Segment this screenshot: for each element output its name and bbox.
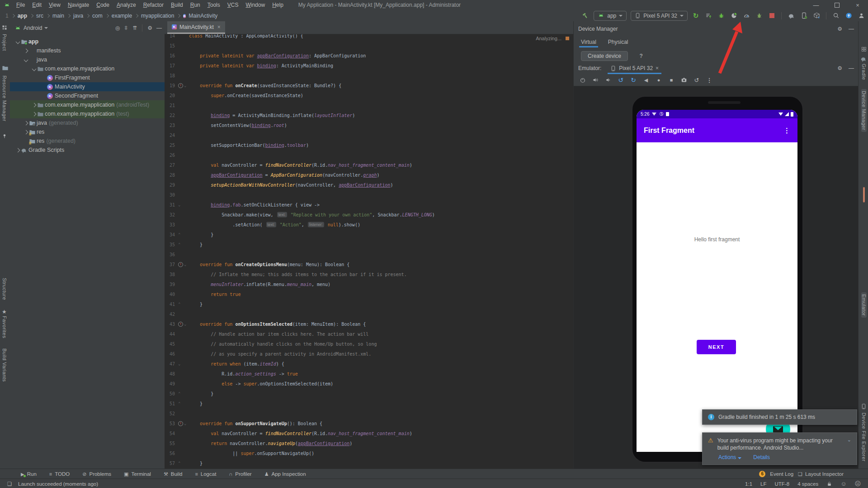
help-icon[interactable]: ? bbox=[639, 53, 642, 59]
code-line-25[interactable]: 25 setSupportActionBar(binding.toolbar) bbox=[165, 140, 309, 150]
code-line-17[interactable]: 17 private lateinit var binding: Activit… bbox=[165, 61, 333, 70]
menu-navigate[interactable]: Navigate bbox=[65, 1, 92, 9]
emulator-device-tab[interactable]: Pixel 5 API 32 × bbox=[608, 62, 661, 74]
breadcrumb-item-src[interactable]: src bbox=[36, 13, 43, 19]
tool-window-switcher-icon[interactable]: ❏ bbox=[7, 481, 12, 487]
menu-file[interactable]: File bbox=[13, 1, 28, 9]
tool-button-profiler[interactable]: ∩Profiler bbox=[229, 471, 251, 477]
run-restart-icon[interactable]: ↻ bbox=[692, 12, 700, 20]
actions-link[interactable]: Actions bbox=[718, 454, 741, 460]
menu-build[interactable]: Build bbox=[168, 1, 186, 9]
code-line-38[interactable]: 38 // Inflate the menu; this adds items … bbox=[165, 269, 407, 279]
code-line-44[interactable]: 44 // Handle action bar item clicks here… bbox=[165, 329, 368, 339]
code-line-48[interactable]: 48 R.id.action_settings -> true bbox=[165, 369, 298, 379]
star-icon[interactable]: ★ bbox=[2, 309, 7, 315]
locate-file-icon[interactable]: ◎ bbox=[115, 25, 120, 31]
power-icon[interactable] bbox=[579, 76, 586, 84]
menu-window[interactable]: Window bbox=[242, 1, 268, 9]
tree-item-com-example-myapplication[interactable]: com.example.myapplication (test) bbox=[10, 109, 165, 118]
code-line-35[interactable]: 35⌃ } bbox=[165, 239, 203, 249]
code-editor[interactable]: 14class MainActivity : AppCompatActivity… bbox=[165, 21, 573, 469]
override-method-icon[interactable]: ↑ bbox=[178, 262, 183, 267]
lock-icon[interactable] bbox=[826, 481, 832, 487]
device-select[interactable]: Pixel 5 API 32 bbox=[631, 11, 688, 21]
fold-marker-icon[interactable]: ⌄ bbox=[184, 262, 186, 267]
windows-icon[interactable] bbox=[2, 25, 7, 30]
chevron-right-icon[interactable] bbox=[24, 130, 28, 134]
breadcrumb-item-example[interactable]: example bbox=[112, 13, 132, 19]
code-line-29[interactable]: 29 setupActionBarWithNavController(navCo… bbox=[165, 180, 393, 190]
tab-mainactivity[interactable]: K MainActivity.kt × bbox=[167, 21, 225, 34]
code-line-45[interactable]: 45 // automatically handle clicks on the… bbox=[165, 339, 377, 349]
hide-panel-icon[interactable]: — bbox=[156, 25, 162, 31]
tool-button-run[interactable]: ▶Run bbox=[21, 471, 37, 477]
fold-marker-icon[interactable]: ⌄ bbox=[178, 202, 180, 207]
fold-marker-icon[interactable]: ⌃ bbox=[178, 302, 180, 306]
code-line-15[interactable]: 15 bbox=[165, 41, 189, 51]
chevron-down-icon[interactable] bbox=[32, 66, 36, 71]
code-line-52[interactable]: 52 bbox=[165, 408, 189, 418]
grid-icon[interactable] bbox=[861, 47, 867, 52]
home-icon[interactable]: ● bbox=[655, 76, 662, 84]
debug-icon[interactable] bbox=[717, 12, 725, 20]
code-line-42[interactable]: 42 bbox=[165, 309, 189, 319]
tool-button-build-variants[interactable]: Build Variants bbox=[2, 348, 7, 382]
code-line-19[interactable]: 19↑⌄ override fun onCreate(savedInstance… bbox=[165, 80, 341, 90]
tool-button-resource-manager[interactable]: Resource Manager bbox=[2, 75, 7, 122]
update-icon[interactable] bbox=[844, 12, 853, 20]
tool-button-structure[interactable]: Structure bbox=[2, 278, 7, 300]
fold-marker-icon[interactable]: ⌃ bbox=[178, 461, 180, 465]
fold-marker-icon[interactable]: ⌃ bbox=[178, 401, 180, 406]
overview-icon[interactable]: ■ bbox=[668, 76, 675, 84]
code-line-37[interactable]: 37↑⌄ override fun onCreateOptionsMenu(me… bbox=[165, 259, 349, 269]
code-line-20[interactable]: 20 super.onCreate(savedInstanceState) bbox=[165, 90, 303, 100]
code-line-33[interactable]: 33 .setAction( text: "Action", listener:… bbox=[165, 220, 360, 230]
code-line-27[interactable]: 27 val navController = findNavController… bbox=[165, 160, 412, 170]
breadcrumb-item-app[interactable]: app bbox=[18, 13, 27, 19]
code-line-56[interactable]: 56 || super.onSupportNavigateUp() bbox=[165, 448, 314, 458]
tool-button-terminal[interactable]: ▣Terminal bbox=[124, 471, 151, 477]
override-method-icon[interactable]: ↑ bbox=[178, 322, 183, 327]
fold-marker-icon[interactable]: ⌃ bbox=[178, 242, 180, 247]
breadcrumb-leaf[interactable]: MainActivity bbox=[189, 13, 217, 19]
code-line-32[interactable]: 32 Snackbar.make(view, text: "Replace wi… bbox=[165, 210, 435, 220]
gradle-sync-icon[interactable] bbox=[787, 12, 795, 20]
code-line-21[interactable]: 21 bbox=[165, 100, 189, 110]
tool-button-logcat[interactable]: ≡Logcat bbox=[195, 471, 216, 477]
back-icon[interactable]: ◀ bbox=[642, 76, 650, 84]
rotate-right-icon[interactable]: ↻ bbox=[630, 76, 637, 84]
chevron-right-icon[interactable] bbox=[15, 148, 20, 152]
chevron-right-icon[interactable] bbox=[24, 121, 28, 125]
tool-button-todo[interactable]: ≡TODO bbox=[49, 471, 70, 477]
code-line-30[interactable]: 30 bbox=[165, 190, 189, 200]
tree-item-firstfragment[interactable]: KFirstFragment bbox=[10, 73, 165, 82]
gradle-icon[interactable] bbox=[860, 56, 867, 62]
tree-item-mainactivity[interactable]: KMainActivity bbox=[10, 82, 165, 91]
device-icon[interactable] bbox=[861, 404, 867, 409]
next-button[interactable]: NEXT bbox=[697, 340, 736, 354]
close-tab-icon[interactable]: × bbox=[656, 65, 659, 71]
gear-icon[interactable]: ⚙ bbox=[147, 25, 152, 31]
tool-button-project[interactable]: Project bbox=[2, 34, 7, 51]
status-widget-utf-8[interactable]: UTF-8 bbox=[775, 481, 790, 487]
antivirus-notification[interactable]: ⚠ Your anti-virus program might be impac… bbox=[702, 432, 857, 465]
status-widget-1-1[interactable]: 1:1 bbox=[745, 481, 752, 487]
breadcrumb-item-java[interactable]: java bbox=[73, 13, 83, 19]
pin-icon[interactable] bbox=[2, 133, 7, 139]
attach-profiler-icon[interactable] bbox=[730, 12, 738, 20]
tool-button-emulator[interactable]: Emulator bbox=[861, 292, 867, 318]
fold-marker-icon[interactable]: ⌄ bbox=[184, 83, 186, 88]
project-view-selector[interactable]: Android bbox=[14, 25, 48, 32]
code-line-41[interactable]: 41⌃ } bbox=[165, 299, 203, 309]
tree-item-manifests[interactable]: manifests bbox=[10, 46, 165, 55]
snapshot-icon[interactable]: ↺ bbox=[693, 76, 700, 84]
volume-up-icon[interactable] bbox=[592, 76, 599, 84]
override-method-icon[interactable]: ↑ bbox=[178, 83, 183, 88]
gradle-build-notification[interactable]: i Gradle build finished in 1 m 25 s 613 … bbox=[702, 409, 857, 425]
tool-button-device-manager[interactable]: Device Manager bbox=[861, 89, 867, 132]
collapse-all-icon[interactable]: ⇈ bbox=[132, 25, 137, 31]
tab-physical[interactable]: Physical bbox=[608, 37, 628, 47]
status-widget-4-spaces[interactable]: 4 spaces bbox=[797, 481, 818, 487]
stop-icon[interactable] bbox=[768, 12, 776, 20]
menu-refactor[interactable]: Refactor bbox=[140, 1, 167, 9]
